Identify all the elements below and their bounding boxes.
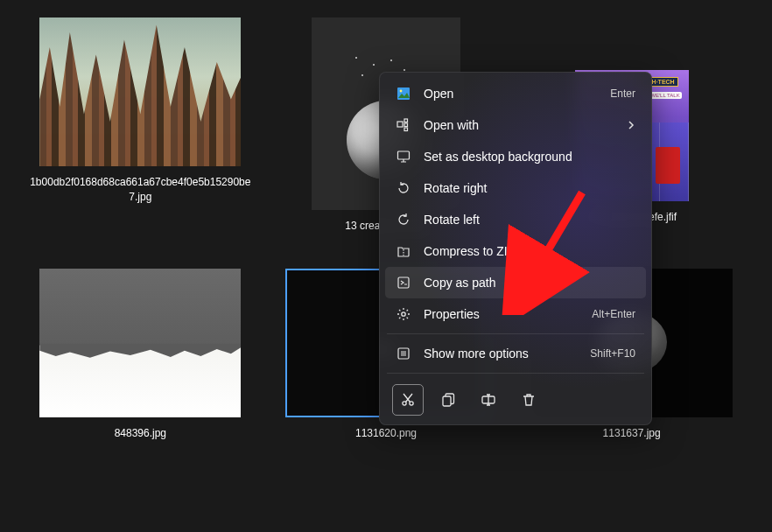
action-copy[interactable] (432, 384, 464, 416)
svg-rect-3 (404, 119, 408, 122)
menu-label: Open (424, 87, 598, 101)
svg-rect-12 (443, 396, 451, 406)
file-thumbnail (39, 18, 241, 166)
menu-item-set-desktop-background[interactable]: Set as desktop background (385, 141, 646, 172)
file-name-label: 1b00db2f0168d68ca661a67cbe4f0e5b15290be7… (26, 175, 254, 205)
open-with-icon (396, 117, 411, 133)
svg-point-11 (410, 402, 413, 405)
svg-rect-5 (404, 128, 408, 131)
svg-rect-4 (404, 123, 408, 127)
menu-item-show-more-options[interactable]: Show more options Shift+F10 (385, 338, 646, 369)
cut-icon (400, 392, 416, 408)
menu-label: Show more options (424, 346, 578, 360)
chevron-right-icon (627, 121, 635, 130)
file-name-label: 1131620.png (355, 426, 417, 441)
menu-label: Properties (424, 307, 579, 321)
desktop-icon (396, 149, 411, 164)
delete-icon (521, 392, 537, 408)
menu-accelerator: Shift+F10 (590, 347, 635, 360)
menu-label: Copy as path (424, 276, 635, 290)
picture-icon (396, 86, 411, 102)
menu-item-compress-zip[interactable]: Compress to ZIP file (385, 235, 646, 267)
copy-path-icon (396, 275, 411, 290)
action-rename[interactable] (473, 384, 504, 416)
menu-separator (387, 333, 644, 334)
file-thumbnail (39, 269, 241, 417)
svg-point-10 (403, 402, 406, 405)
menu-label: Set as desktop background (424, 150, 635, 164)
menu-accelerator: Enter (610, 88, 635, 100)
menu-label: Compress to ZIP file (424, 244, 635, 258)
menu-item-open-with[interactable]: Open with (385, 109, 646, 141)
menu-label: Open with (424, 118, 614, 132)
menu-item-rotate-left[interactable]: Rotate left (385, 204, 646, 235)
svg-point-1 (400, 90, 403, 93)
menu-item-open[interactable]: Open Enter (385, 78, 646, 109)
zip-icon (396, 243, 411, 259)
menu-item-rotate-right[interactable]: Rotate right (385, 172, 646, 204)
menu-label: Rotate left (424, 213, 635, 227)
svg-point-8 (402, 312, 405, 316)
file-name-label: 848396.jpg (115, 426, 166, 441)
rename-icon (481, 392, 496, 408)
menu-label: Rotate right (424, 181, 635, 195)
file-name-label: 1131637.jpg (603, 426, 661, 441)
menu-separator (387, 373, 644, 374)
properties-icon (396, 306, 411, 322)
copy-icon (440, 392, 456, 408)
show-more-icon (396, 346, 411, 361)
svg-rect-6 (398, 151, 410, 159)
action-cut[interactable] (392, 384, 424, 416)
file-item[interactable]: 1b00db2f0168d68ca661a67cbe4f0e5b15290be7… (26, 18, 255, 234)
rotate-right-icon (396, 180, 411, 196)
menu-action-bar (385, 377, 646, 419)
menu-accelerator: Alt+Enter (592, 308, 635, 320)
file-item[interactable]: 848396.jpg (26, 269, 255, 441)
svg-rect-2 (397, 122, 403, 127)
rotate-left-icon (396, 212, 411, 228)
context-menu: Open Enter Open with Set as desktop back… (379, 72, 652, 425)
menu-item-copy-as-path[interactable]: Copy as path (385, 267, 646, 298)
menu-item-properties[interactable]: Properties Alt+Enter (385, 298, 646, 330)
action-delete[interactable] (513, 384, 544, 416)
